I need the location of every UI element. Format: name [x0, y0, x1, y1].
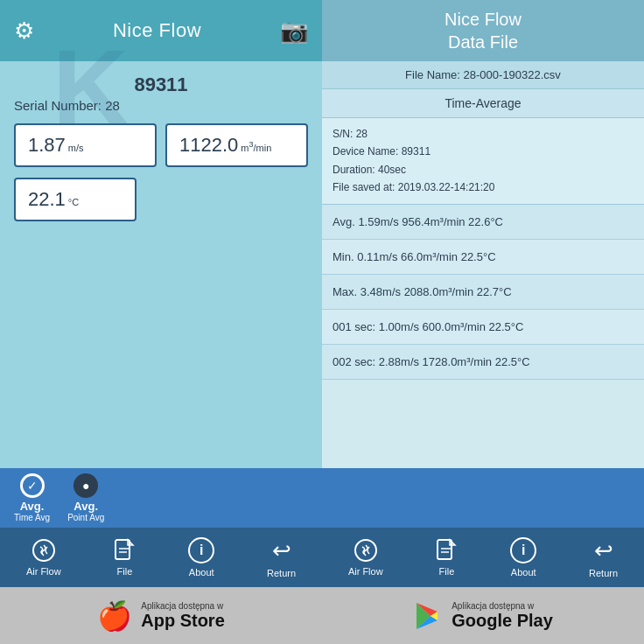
- file-name-row: File Name: 28-000-190322.csv: [322, 61, 644, 89]
- flow-unit: m3/min: [241, 144, 271, 153]
- data-row-avg: Avg. 1.59m/s 956.4m³/min 22.6°C: [322, 205, 644, 240]
- apple-icon: 🍎: [97, 599, 132, 633]
- about-icon-right: i: [510, 537, 536, 564]
- measurements-row-bottom: 22.1 °C: [14, 178, 308, 221]
- left-panel: ⚙ Nice Flow 📷 89311 Serial Number: 28 1.…: [0, 0, 322, 644]
- googleplay-badge[interactable]: Aplikacja dostępna w Google Play: [322, 587, 644, 644]
- airflow-label-right: Air Flow: [348, 566, 383, 577]
- right-panel: Nice Flow Data File File Name: 28-000-19…: [322, 0, 644, 644]
- velocity-box: 1.87 m/s: [14, 123, 157, 167]
- serial-number: Serial Number: 28: [14, 98, 308, 113]
- point-avg-label: Avg.: [74, 500, 98, 513]
- right-tab-about[interactable]: i About: [510, 537, 536, 578]
- file-icon-left: [113, 538, 136, 563]
- time-avg-icon: ✓: [20, 473, 45, 498]
- flow-value: 1122.0: [179, 134, 238, 157]
- about-label-right: About: [511, 567, 536, 578]
- right-tab-return[interactable]: ↩ Return: [589, 537, 618, 578]
- device-duration: Duration: 40sec: [332, 161, 634, 178]
- app-title-left: Nice Flow: [113, 19, 201, 42]
- app-title-right: Nice Flow Data File: [444, 8, 522, 53]
- right-tab-file[interactable]: File: [435, 538, 458, 577]
- file-label-right: File: [439, 566, 455, 577]
- device-file-saved: File saved at: 2019.03.22-14:21:20: [332, 178, 634, 196]
- appstore-content: Aplikacja dostępna w App Store: [141, 601, 225, 631]
- data-row-min: Min. 0.11m/s 66.0m³/min 22.5°C: [322, 240, 644, 275]
- velocity-unit: m/s: [68, 144, 84, 153]
- airflow-label: Air Flow: [26, 566, 61, 577]
- device-name: Device Name: 89311: [332, 143, 634, 160]
- camera-icon[interactable]: 📷: [280, 18, 308, 45]
- device-info-row: S/N: 28 Device Name: 89311 Duration: 40s…: [322, 118, 644, 205]
- left-main: 89311 Serial Number: 28 1.87 m/s 1122.0 …: [0, 61, 322, 468]
- velocity-value: 1.87: [28, 134, 66, 157]
- left-tabs-top: ✓ Avg. Time Avg ● Avg. Point Avg: [0, 468, 322, 528]
- point-avg-sublabel: Point Avg: [67, 513, 104, 522]
- left-tab-return[interactable]: ↩ Return: [267, 537, 296, 578]
- title-line2: Data File: [448, 32, 518, 52]
- title-line1: Nice Flow: [444, 10, 522, 29]
- appstore-big-text: App Store: [141, 611, 225, 631]
- about-icon-left: i: [188, 537, 214, 564]
- right-header: Nice Flow Data File: [322, 0, 644, 61]
- appstore-small-text: Aplikacja dostępna w: [141, 601, 223, 611]
- return-icon-left: ↩: [272, 537, 291, 564]
- flow-box: 1122.0 m3/min: [165, 123, 308, 167]
- data-row-max: Max. 3.48m/s 2088.0m³/min 22.7°C: [322, 275, 644, 310]
- about-label-left: About: [189, 567, 214, 578]
- right-tab-airflow[interactable]: Air Flow: [348, 538, 383, 577]
- temperature-box: 22.1 °C: [14, 178, 136, 221]
- airflow-icon-right: [354, 538, 378, 563]
- right-tabs-top: [322, 468, 644, 528]
- left-header: ⚙ Nice Flow 📷: [0, 0, 322, 61]
- file-label-left: File: [117, 566, 133, 577]
- temperature-unit: °C: [68, 198, 79, 207]
- googleplay-small-text: Aplikacja dostępna w: [452, 601, 534, 611]
- file-icon-right: [435, 538, 458, 563]
- left-tab-airflow[interactable]: Air Flow: [26, 538, 61, 577]
- device-sn: S/N: 28: [332, 125, 634, 143]
- right-main: File Name: 28-000-190322.csv Time-Averag…: [322, 61, 644, 468]
- left-tabs-bottom: Air Flow File i About ↩ Return: [0, 528, 322, 587]
- time-avg-label: Avg.: [20, 500, 45, 513]
- appstore-badge[interactable]: 🍎 Aplikacja dostępna w App Store: [0, 587, 322, 644]
- tab-time-avg[interactable]: ✓ Avg. Time Avg: [14, 473, 50, 522]
- time-avg-sublabel: Time Avg: [14, 513, 50, 522]
- right-tabs-bottom: Air Flow File i About ↩ Return: [322, 528, 644, 587]
- airflow-icon: [32, 538, 56, 563]
- googleplay-big-text: Google Play: [452, 611, 553, 631]
- return-label-left: Return: [267, 568, 296, 578]
- left-tab-about[interactable]: i About: [188, 537, 214, 578]
- return-label-right: Return: [589, 568, 618, 578]
- data-row-001: 001 sec: 1.00m/s 600.0m³/min 22.5°C: [322, 310, 644, 345]
- time-average-row: Time-Average: [322, 89, 644, 118]
- google-play-icon: [413, 601, 443, 631]
- point-avg-icon: ●: [74, 473, 98, 498]
- left-tab-file[interactable]: File: [113, 538, 136, 577]
- data-row-002: 002 sec: 2.88m/s 1728.0m³/min 22.5°C: [322, 345, 644, 380]
- measurements-row-top: 1.87 m/s 1122.0 m3/min: [14, 123, 308, 167]
- return-icon-right: ↩: [594, 537, 613, 564]
- tab-point-avg[interactable]: ● Avg. Point Avg: [67, 473, 104, 522]
- gear-icon[interactable]: ⚙: [14, 18, 34, 45]
- device-id: 89311: [14, 74, 308, 96]
- googleplay-content: Aplikacja dostępna w Google Play: [452, 601, 553, 631]
- temperature-value: 22.1: [28, 188, 66, 211]
